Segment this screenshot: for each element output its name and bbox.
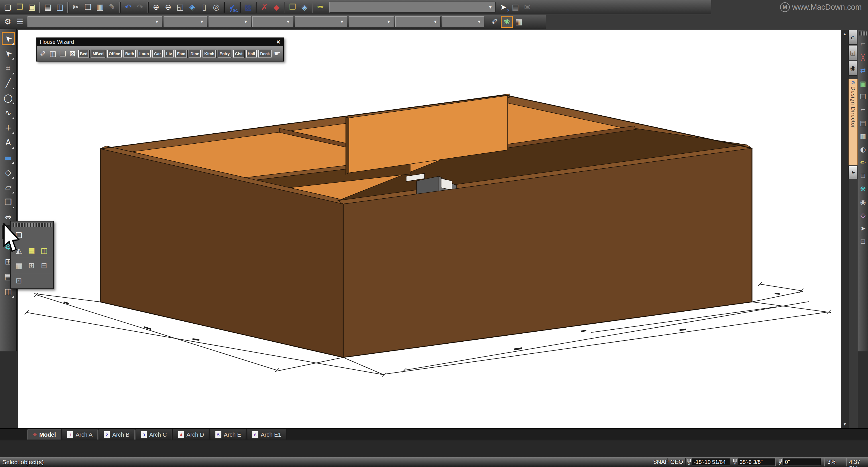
house-wizard-palette[interactable]: House Wizard ✕ ✐◫❏⊠BedMBedOfficeBathLaun… <box>36 37 284 62</box>
scroll-up-icon[interactable]: ▲ <box>841 30 848 37</box>
redline-icon[interactable]: ✗ <box>258 1 271 13</box>
render-object-icon[interactable]: ❀ <box>501 16 513 28</box>
wizard-room-deck-button[interactable]: Deck <box>258 50 271 58</box>
wizard-room-kitch-button[interactable]: Kitch <box>203 50 216 58</box>
sd-dimension-tool[interactable]: ◇ <box>2 166 15 179</box>
edit-select-tool[interactable]: ➤ <box>2 47 15 60</box>
node-edit-tool[interactable]: ⌗ <box>2 62 15 75</box>
window-style-plus-icon[interactable]: ⊞ <box>26 260 37 271</box>
zoom-extents-icon[interactable]: ◈ <box>186 1 198 13</box>
box-3d-tool[interactable]: ▱ <box>2 181 15 194</box>
point-tool[interactable]: + <box>2 121 15 134</box>
copy-icon[interactable]: ❒ <box>82 1 94 13</box>
new-file-icon[interactable]: ▢ <box>2 1 14 13</box>
box-tool[interactable]: ❒ <box>859 92 868 101</box>
pen-width-select[interactable]: ▼ <box>209 16 251 27</box>
tab-arch-b[interactable]: 2Arch B <box>98 430 135 439</box>
wall-corner-tool[interactable]: ⌐ <box>859 39 868 48</box>
tab-arch-d[interactable]: 4Arch D <box>173 430 209 439</box>
move-tool[interactable]: ⇄ <box>859 66 868 75</box>
room-grid-icon[interactable]: ◫ <box>48 47 58 60</box>
settings-gear-icon[interactable]: ⚙ <box>2 16 14 28</box>
paste-icon[interactable]: ▥ <box>94 1 106 13</box>
zoom-in-icon[interactable]: ⊕ <box>150 1 162 13</box>
layers-icon[interactable]: ☰ <box>14 16 26 28</box>
zoom-level[interactable]: 3% <box>827 459 836 465</box>
open-palette-icon[interactable]: ❐ <box>286 1 299 13</box>
cut-icon[interactable]: ✂ <box>70 1 82 13</box>
tab-arch-e[interactable]: 5Arch E <box>210 430 246 439</box>
door-insert-icon[interactable]: ◫ <box>39 245 49 256</box>
zoom-window-icon[interactable]: ◱ <box>174 1 186 13</box>
solid-3d-tool[interactable]: ❒ <box>2 196 15 209</box>
zoom-out-icon[interactable]: ⊖ <box>162 1 174 13</box>
right-toolbar-grip[interactable] <box>859 31 867 35</box>
brush-style-select[interactable]: ▼ <box>395 16 441 27</box>
print-preview-icon[interactable]: ◫ <box>54 1 66 13</box>
wizard-room-gar-button[interactable]: Gar <box>152 50 163 58</box>
window-style-bar-icon[interactable]: ⊟ <box>39 260 49 271</box>
window-style-grid-icon[interactable]: ▦ <box>14 260 24 271</box>
pen-edit-icon[interactable]: ✐ <box>489 16 501 28</box>
pencil-tool[interactable]: ✏ <box>859 158 868 167</box>
format-brush-icon[interactable]: ✎ <box>106 1 118 13</box>
contacts-icon[interactable]: ▤ <box>509 1 521 13</box>
tab-arch-c[interactable]: 3Arch C <box>135 430 172 439</box>
house-wizard-titlebar[interactable]: House Wizard ✕ <box>37 38 283 46</box>
color-select[interactable]: ▼ <box>349 16 394 27</box>
delete-room-icon[interactable]: ⊠ <box>68 47 78 60</box>
wizard-room-dine-button[interactable]: Dine <box>189 50 201 58</box>
wizard-room-bed-button[interactable]: Bed <box>78 50 89 58</box>
dimension-cross-tool[interactable]: ╳ <box>859 53 868 62</box>
wizard-room-laun-button[interactable]: Laun <box>137 50 150 58</box>
hatch-style-select[interactable]: ▼ <box>442 16 485 27</box>
tab-arch-a[interactable]: 1Arch A <box>62 430 98 439</box>
x-coordinate-field[interactable]: -15'-10 51/64 <box>692 458 730 466</box>
lamp-draw-icon[interactable]: ✏ <box>314 1 327 13</box>
hatch-pattern-icon[interactable]: ▩ <box>242 1 254 13</box>
select-tool[interactable]: ➤ <box>2 32 15 45</box>
wizard-room-mbed-button[interactable]: MBed <box>91 50 105 58</box>
dimension-tool[interactable]: ▬ <box>2 151 15 164</box>
design-director-arrow-button[interactable]: ➤ <box>848 166 858 179</box>
zoom-previous-icon[interactable]: ◎ <box>210 1 222 13</box>
wizard-room-office-button[interactable]: Office <box>107 50 122 58</box>
house-wizard-wand-icon[interactable]: ✐ <box>38 47 48 60</box>
wizard-room-fam-button[interactable]: Fam <box>175 50 187 58</box>
node-grid-tool[interactable]: ⊡ <box>859 237 868 246</box>
panel-b-tool[interactable]: ▥ <box>859 132 868 141</box>
wizard-room-entry-button[interactable]: Entry <box>218 50 231 58</box>
spell-check-icon[interactable]: ✔ABC <box>226 1 238 13</box>
vertical-scrollbar[interactable] <box>841 30 849 428</box>
outline-tool[interactable]: ⌐ <box>859 105 868 114</box>
snap-toggle[interactable]: SNAP <box>653 459 669 465</box>
view-3d-button[interactable]: ◉ <box>848 61 857 75</box>
polygon-tool[interactable]: ◇ <box>859 211 868 220</box>
property-style-select[interactable]: ▼ <box>28 16 162 27</box>
print-icon[interactable]: ▤ <box>42 1 54 13</box>
text-tool[interactable]: A <box>2 136 15 149</box>
save-icon[interactable]: ▣ <box>26 1 38 13</box>
close-icon[interactable]: ✕ <box>276 39 280 45</box>
zoom-page-icon[interactable]: ▯ <box>198 1 210 13</box>
window-insert-icon[interactable]: ▦ <box>26 245 37 256</box>
wall-draw-icon[interactable]: ❏ <box>58 47 68 60</box>
pen-style-select[interactable]: ▼ <box>163 16 207 27</box>
help-icon[interactable]: ➤? <box>497 1 509 13</box>
select-view-button[interactable]: ◱ <box>848 45 857 60</box>
wizard-room-liv-button[interactable]: Liv <box>164 50 174 58</box>
frame-tool[interactable]: ▣ <box>859 79 868 88</box>
wizard-room-hall-button[interactable]: Hall <box>246 50 257 58</box>
snowflake-tool[interactable]: ❋ <box>859 184 868 194</box>
camera-tool[interactable]: ◉ <box>859 197 868 207</box>
circle-tool[interactable]: ◯ <box>2 92 15 105</box>
wizard-room-bath-button[interactable]: Bath <box>123 50 136 58</box>
geo-toggle[interactable]: GEO <box>670 459 683 465</box>
markup-icon[interactable]: ◆ <box>271 1 282 13</box>
render-mode-tool[interactable]: ◐ <box>859 145 868 154</box>
materials-shield-icon[interactable]: ◈ <box>299 1 311 13</box>
finish-pointer-icon[interactable]: ☛ <box>273 47 282 60</box>
grid-tool[interactable]: ⊞ <box>859 171 868 180</box>
scroll-down-icon[interactable]: ▼ <box>841 421 848 428</box>
open-file-icon[interactable]: ❐ <box>14 1 26 13</box>
